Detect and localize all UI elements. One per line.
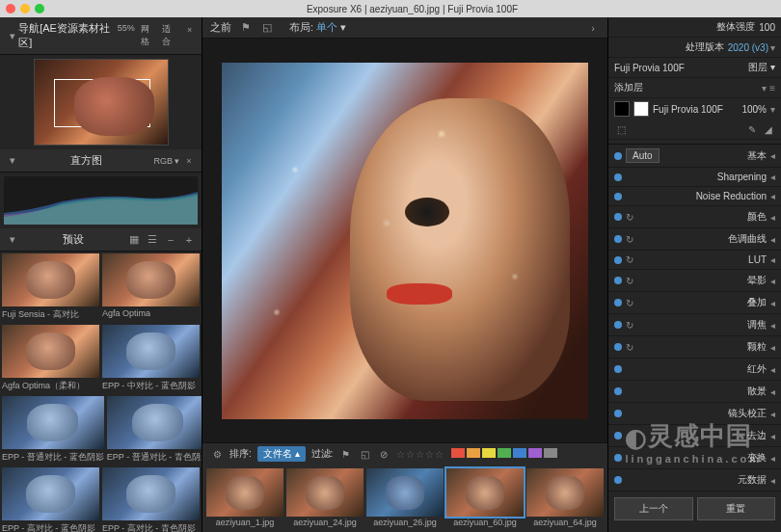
- minus-icon[interactable]: −: [164, 233, 177, 247]
- layer-row[interactable]: Fuji Provia 100F 100%▾: [608, 98, 781, 120]
- viewport-rect[interactable]: [54, 79, 150, 127]
- navigator-header[interactable]: ▾ 导航[AE资源素材社区] 55% 网格 适合 ×: [0, 17, 202, 55]
- mask-icon[interactable]: [614, 101, 630, 117]
- flag-icon[interactable]: ⚑: [338, 447, 352, 461]
- film-thumb[interactable]: aeziyuan_26.jpg: [366, 468, 444, 528]
- flag-icon[interactable]: ⚑: [239, 21, 253, 35]
- preset-thumb[interactable]: EPP - 高对比 - 蓝色阴影: [2, 467, 99, 532]
- section-颜色[interactable]: ↻颜色◂: [608, 206, 781, 228]
- eyedrop-icon[interactable]: ◢: [762, 122, 775, 136]
- plus-icon[interactable]: +: [182, 233, 196, 247]
- layout-value[interactable]: 单个: [316, 21, 337, 33]
- section-元数据[interactable]: 元数据◂: [608, 469, 781, 492]
- toggle-dot[interactable]: [614, 299, 622, 306]
- grid-label[interactable]: 网格: [141, 23, 156, 48]
- section-晕影[interactable]: ↻晕影◂: [608, 270, 781, 292]
- toggle-dot[interactable]: [614, 410, 622, 417]
- preset-thumb[interactable]: Agfa Optima（柔和）: [2, 325, 99, 394]
- fit-label[interactable]: 适合: [162, 23, 177, 48]
- toggle-dot[interactable]: [614, 387, 622, 395]
- preset-thumb[interactable]: EPP - 普通对比 - 蓝色阴影: [2, 396, 104, 466]
- crop-icon[interactable]: ◱: [260, 21, 274, 35]
- color-swatch[interactable]: [498, 448, 511, 458]
- before-button[interactable]: 之前: [210, 20, 231, 35]
- section-LUT[interactable]: ↻LUT◂: [608, 251, 781, 270]
- minimize-icon[interactable]: [20, 4, 30, 13]
- color-swatch[interactable]: [528, 448, 542, 458]
- color-swatch[interactable]: [482, 448, 496, 458]
- section-Auto[interactable]: Auto基本◂: [608, 145, 781, 168]
- refresh-icon[interactable]: ↻: [626, 234, 633, 245]
- preset-thumb[interactable]: Agfa Optima: [102, 253, 200, 323]
- close-icon[interactable]: ×: [183, 23, 196, 37]
- prev-button[interactable]: 上一个: [614, 497, 693, 520]
- toggle-dot[interactable]: [614, 343, 622, 351]
- version-value[interactable]: 2020 (v3): [728, 42, 768, 53]
- film-thumb[interactable]: aeziyuan_24.jpg: [286, 468, 364, 528]
- star-filter[interactable]: ☆☆☆☆☆: [396, 449, 444, 460]
- maximize-icon[interactable]: [35, 4, 44, 13]
- preset-thumb[interactable]: EPP - 高对比 - 青色阴影: [102, 467, 200, 532]
- color-swatch[interactable]: [467, 448, 480, 458]
- layers-title[interactable]: 图层: [748, 62, 768, 72]
- section-镜头校正[interactable]: 镜头校正◂: [608, 403, 781, 425]
- histogram[interactable]: [4, 176, 198, 225]
- color-swatch[interactable]: [451, 448, 465, 458]
- chevron-right-icon[interactable]: ›: [586, 21, 600, 35]
- gear-icon[interactable]: ⚙: [210, 447, 224, 461]
- toggle-dot[interactable]: [614, 454, 622, 462]
- close-icon[interactable]: [6, 4, 15, 13]
- refresh-icon[interactable]: ↻: [626, 342, 633, 353]
- film-thumb[interactable]: aeziyuan_60.jpg: [446, 468, 524, 528]
- presets-header[interactable]: ▾ 预设 ▦ ☰ − +: [0, 228, 202, 252]
- section-颗粒[interactable]: ↻颗粒◂: [608, 336, 781, 359]
- section-色调曲线[interactable]: ↻色调曲线◂: [608, 228, 781, 251]
- layer-name[interactable]: Fuji Provia 100F: [653, 104, 738, 115]
- toggle-dot[interactable]: [614, 213, 622, 221]
- section-红外[interactable]: 红外◂: [608, 359, 781, 381]
- image-viewport[interactable]: [202, 39, 607, 442]
- film-thumb[interactable]: aeziyuan_64.jpg: [526, 468, 604, 528]
- list-icon[interactable]: ☰: [146, 233, 159, 247]
- color-swatch[interactable]: [544, 448, 557, 458]
- toggle-dot[interactable]: [614, 173, 622, 181]
- section-散景[interactable]: 散景◂: [608, 381, 781, 403]
- toggle-dot[interactable]: [614, 365, 622, 373]
- section-Sharpening[interactable]: Sharpening◂: [608, 168, 781, 187]
- histogram-mode[interactable]: RGB: [153, 156, 173, 166]
- overall-value[interactable]: 100: [759, 22, 775, 33]
- preset-grid[interactable]: Fuji Sensia - 高对比Agfa OptimaAgfa Optima（…: [0, 252, 202, 532]
- toggle-dot[interactable]: [614, 476, 622, 484]
- toggle-dot[interactable]: [614, 256, 622, 264]
- toggle-dot[interactable]: [614, 321, 622, 329]
- toggle-dot[interactable]: [614, 277, 622, 284]
- film-thumb[interactable]: aeziyuan_1.jpg: [206, 468, 283, 528]
- reset-button[interactable]: 重置: [697, 497, 776, 520]
- section-变换[interactable]: 变换◂: [608, 447, 781, 469]
- color-filter[interactable]: [450, 448, 558, 460]
- preset-thumb[interactable]: EPP - 普通对比 - 青色阴影: [107, 396, 202, 466]
- grid-icon[interactable]: ▦: [127, 233, 141, 247]
- zoom-value[interactable]: 55%: [118, 23, 135, 48]
- add-layer-link[interactable]: 添加层: [614, 81, 643, 94]
- toggle-dot[interactable]: [614, 193, 622, 200]
- close-icon[interactable]: ×: [182, 154, 196, 168]
- preset-thumb[interactable]: EPP - 中对比 - 蓝色阴影: [102, 325, 200, 394]
- refresh-icon[interactable]: ↻: [626, 320, 633, 331]
- reject-icon[interactable]: ⊘: [377, 447, 390, 461]
- refresh-icon[interactable]: ↻: [626, 254, 633, 265]
- section-Noise Reduction[interactable]: Noise Reduction◂: [608, 187, 781, 206]
- toggle-dot[interactable]: [614, 152, 622, 160]
- toggle-dot[interactable]: [614, 432, 622, 439]
- section-去边[interactable]: 去边◂: [608, 425, 781, 447]
- crop-icon[interactable]: ⬚: [614, 122, 628, 136]
- sort-by[interactable]: 文件名 ▴: [257, 446, 306, 462]
- histogram-header[interactable]: ▾ 直方图 RGB ▾ ×: [0, 149, 202, 173]
- refresh-icon[interactable]: ↻: [626, 276, 633, 286]
- navigator-preview[interactable]: [34, 59, 169, 146]
- brush-icon[interactable]: ✎: [745, 122, 759, 136]
- section-调焦[interactable]: ↻调焦◂: [608, 314, 781, 336]
- crop-icon[interactable]: ◱: [358, 447, 371, 461]
- layer-opacity[interactable]: 100%: [741, 104, 767, 115]
- refresh-icon[interactable]: ↻: [626, 298, 633, 308]
